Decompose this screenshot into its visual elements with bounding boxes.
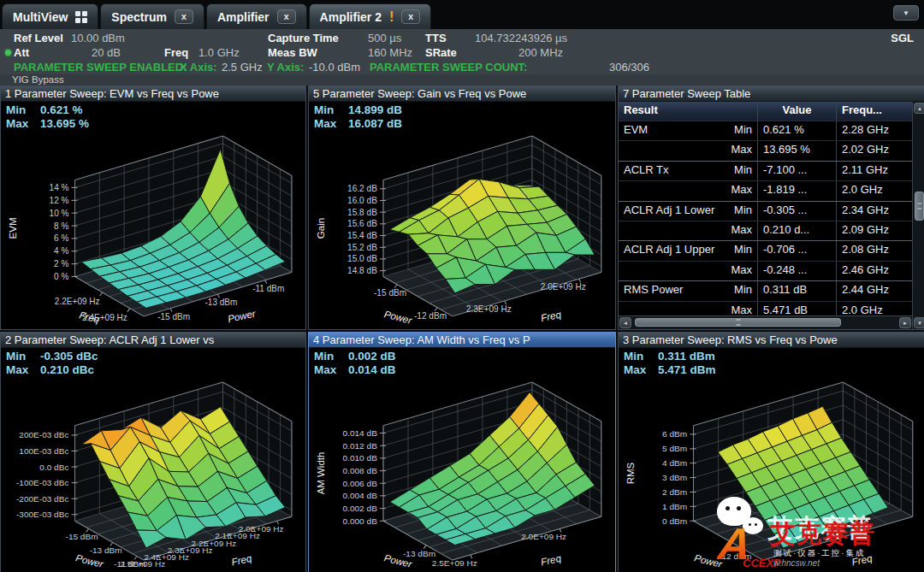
window-gain-surface[interactable]: 5 Parameter Sweep: Gain vs Freq vs Powe …: [308, 86, 616, 330]
horizontal-scrollbar[interactable]: ◄ ►: [619, 315, 912, 329]
value-cell: 0.210 d...: [758, 221, 837, 240]
scroll-right-icon[interactable]: ►: [899, 317, 911, 328]
max-value: 16.087 dB: [348, 117, 402, 131]
surface-plot-gain[interactable]: 16.2 dB16.0 dB15.8 dB15.6 dB15.4 dB15.2 …: [309, 131, 615, 329]
meas-bw-value[interactable]: 160 MHz: [368, 46, 412, 59]
min-label: Min: [624, 350, 658, 363]
svg-text:6 %: 6 %: [54, 233, 68, 243]
sweep-count-label: PARAMETER SWEEP COUNT:: [370, 61, 527, 74]
surface-plot-evm[interactable]: 14 %12 %10 %8 %6 %4 %2 %0 %2.2E+09 Hz2.4…: [1, 131, 305, 329]
tab-amplifier-2[interactable]: Amplifier 2 ! x: [309, 3, 432, 29]
result-cell: ACLR Adj 1 UpperMin: [619, 241, 758, 260]
window-rms-surface[interactable]: 3 Parameter Sweep: RMS vs Freq vs Powe M…: [618, 332, 924, 572]
max-label: Max: [6, 363, 40, 377]
svg-text:2.2E+09 Hz: 2.2E+09 Hz: [55, 297, 100, 306]
tab-multiview[interactable]: MultiView: [2, 3, 98, 29]
svg-text:100E-03 dBc: 100E-03 dBc: [19, 446, 68, 456]
minmax-readout: Min0.311 dBm Max5.471 dBm: [619, 348, 924, 377]
svg-text:-12 dBm: -12 dBm: [719, 551, 751, 561]
ref-level-value[interactable]: 10.00 dBm: [71, 32, 125, 44]
svg-text:-100E-03 dBc: -100E-03 dBc: [16, 478, 68, 487]
svg-text:Power: Power: [383, 308, 414, 326]
result-cell: Max: [619, 262, 758, 280]
sgl-indicator: SGL: [891, 32, 914, 44]
scroll-down-icon[interactable]: ▼: [914, 317, 924, 328]
tab-label: Amplifier: [217, 10, 270, 24]
table-row[interactable]: Max5.471 dB2.0 GHz: [619, 301, 912, 315]
tab-amplifier[interactable]: Amplifier x: [206, 3, 307, 29]
freq-value[interactable]: 1.0 GHz: [198, 46, 240, 59]
capture-time-value[interactable]: 500 µs: [368, 32, 401, 44]
scroll-left-icon[interactable]: ◄: [619, 317, 631, 328]
svg-text:15.0 dB: 15.0 dB: [347, 254, 377, 263]
srate-value[interactable]: 200 MHz: [518, 46, 563, 59]
min-value: 14.899 dB: [348, 103, 402, 117]
svg-text:-13 dBm: -13 dBm: [90, 545, 122, 555]
svg-text:-300E-03 dBc: -300E-03 dBc: [16, 510, 68, 519]
svg-text:5 dBm: 5 dBm: [662, 444, 687, 453]
tts-value[interactable]: 104.732243926 µs: [475, 32, 567, 44]
svg-text:6 dBm: 6 dBm: [662, 429, 687, 439]
table-row[interactable]: ACLR Adj 1 LowerMin-0.305 ...2.34 GHz: [619, 201, 912, 221]
table-row[interactable]: Max13.695 %2.02 GHz: [619, 140, 912, 160]
result-cell: Max: [619, 221, 758, 240]
status-dot: [5, 50, 11, 56]
column-value[interactable]: Value: [758, 102, 837, 121]
sweep-count-value: 306/306: [609, 61, 649, 74]
min-label: Min: [314, 103, 348, 117]
min-value: -0.305 dBc: [40, 350, 98, 363]
att-value[interactable]: 20 dB: [92, 46, 121, 59]
window-title[interactable]: 1 Parameter Sweep: EVM vs Freq vs Powe: [1, 86, 305, 102]
window-title[interactable]: 2 Parameter Sweep: ACLR Adj 1 Lower vs: [1, 333, 305, 348]
table-row[interactable]: Max0.210 d...2.09 GHz: [619, 221, 912, 240]
surface-plot-rms[interactable]: 6 dBm5 dBm4 dBm3 dBm2 dBm1 dBm0 dBm-12 d…: [619, 377, 924, 572]
surface-plot-aclr[interactable]: 200E-03 dBc100E-03 dBc0.0 dBc-100E-03 dB…: [1, 377, 305, 572]
window-evm-surface[interactable]: 1 Parameter Sweep: EVM vs Freq vs Powe M…: [0, 86, 306, 330]
svg-text:-15 dBm: -15 dBm: [66, 532, 98, 541]
table-row[interactable]: Max-0.248 ...2.46 GHz: [619, 261, 912, 280]
window-title[interactable]: 3 Parameter Sweep: RMS vs Freq vs Powe: [619, 333, 924, 348]
table-row[interactable]: EVMMin0.621 %2.28 GHz: [619, 121, 912, 140]
svg-text:Power: Power: [227, 308, 258, 324]
meas-bw-label: Meas BW: [268, 46, 317, 59]
min-value: 0.002 dB: [348, 350, 396, 363]
svg-text:0.008 dB: 0.008 dB: [342, 466, 377, 475]
sweep-table: Result Value Frequ... EVMMin0.621 %2.28 …: [619, 102, 912, 315]
window-title[interactable]: 5 Parameter Sweep: Gain vs Freq vs Powe: [309, 86, 615, 102]
window-sweep-table[interactable]: 7 Parameter Sweep Table Result Value Fre…: [618, 86, 924, 330]
column-result[interactable]: Result: [619, 102, 758, 121]
max-label: Max: [314, 363, 348, 377]
window-title[interactable]: 7 Parameter Sweep Table: [619, 86, 924, 102]
vertical-scrollbar[interactable]: ▲ ▼: [912, 102, 924, 329]
result-cell: ACLR TxMin: [619, 162, 758, 180]
tab-overflow-button[interactable]: ▼: [893, 5, 919, 21]
tab-spectrum[interactable]: Spectrum x: [100, 3, 204, 29]
window-am-width-surface[interactable]: 4 Parameter Sweep: AM Width vs Freq vs P…: [308, 332, 616, 572]
att-label: Att: [14, 46, 29, 59]
svg-text:1 dBm: 1 dBm: [662, 502, 687, 511]
close-icon[interactable]: x: [277, 9, 296, 24]
window-title[interactable]: 4 Parameter Sweep: AM Width vs Freq vs P: [309, 333, 615, 348]
frequency-cell: 2.08 GHz: [837, 241, 912, 260]
scroll-up-icon[interactable]: ▲: [914, 103, 924, 114]
svg-text:16.2 dB: 16.2 dB: [347, 184, 377, 193]
result-cell: Max: [619, 181, 758, 200]
svg-text:0.0 dBc: 0.0 dBc: [39, 463, 68, 472]
horizontal-scroll-thumb[interactable]: [635, 318, 841, 327]
value-cell: 0.621 %: [758, 121, 837, 140]
close-icon[interactable]: x: [175, 9, 193, 24]
window-aclr-surface[interactable]: 2 Parameter Sweep: ACLR Adj 1 Lower vs M…: [0, 332, 306, 572]
column-frequency[interactable]: Frequ...: [837, 102, 912, 121]
table-row[interactable]: RMS PowerMin0.311 dB2.44 GHz: [619, 280, 912, 300]
ref-level-label: Ref Level: [14, 32, 63, 44]
surface-plot-am-width[interactable]: 0.014 dB0.012 dB0.010 dB0.008 dB0.006 dB…: [309, 377, 615, 572]
svg-text:-13 dBm: -13 dBm: [204, 298, 237, 307]
svg-text:3 dBm: 3 dBm: [662, 473, 687, 482]
tab-label: Amplifier 2: [320, 10, 382, 24]
table-row[interactable]: Max-1.819 ...2.0 GHz: [619, 180, 912, 200]
close-icon[interactable]: x: [401, 9, 420, 24]
table-row[interactable]: ACLR Adj 1 UpperMin-0.706 ...2.08 GHz: [619, 240, 912, 260]
table-row[interactable]: ACLR TxMin-7.100 ...2.11 GHz: [619, 161, 912, 180]
vertical-scroll-thumb[interactable]: [915, 192, 924, 221]
value-cell: -0.706 ...: [758, 241, 837, 260]
